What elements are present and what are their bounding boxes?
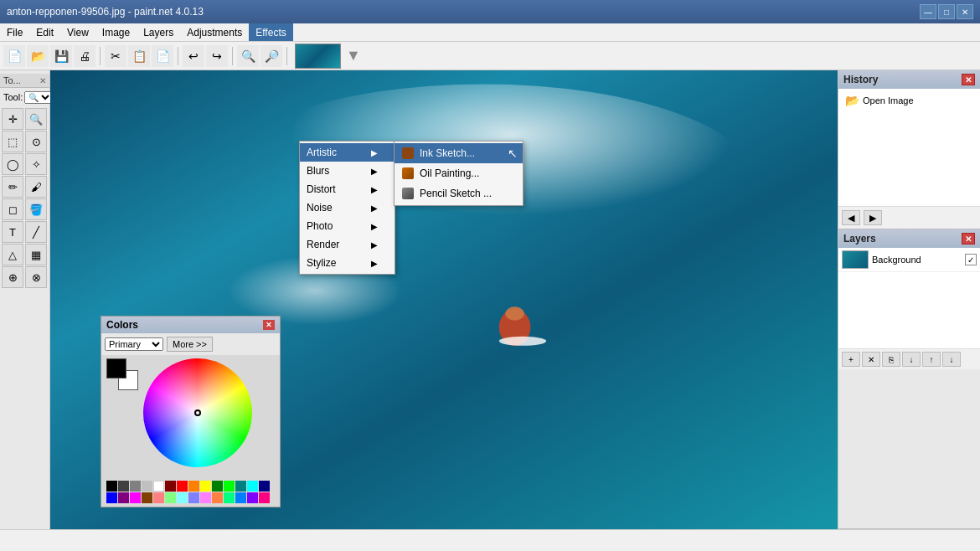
palette-swatch[interactable] [200,481,211,492]
save-button[interactable]: 💾 [50,45,72,67]
palette-swatch[interactable] [130,481,141,492]
duplicate-layer-btn[interactable]: ⎘ [882,352,900,367]
tool-select[interactable]: 🔍 [24,91,53,104]
history-item[interactable]: 📂 Open Image [842,92,977,109]
menu-item-artistic[interactable]: Artistic ▶ [300,143,395,162]
palette-swatch[interactable] [212,481,223,492]
tool-move[interactable]: ✛ [2,108,23,130]
palette-swatch[interactable] [142,481,152,492]
colors-more-btn[interactable]: More >> [167,337,213,352]
canvas-area[interactable]: Artistic ▶ Blurs ▶ Distort ▶ Noise ▶ Pho… [50,70,838,529]
palette-swatch[interactable] [177,481,188,492]
copy-button[interactable]: 📋 [128,45,150,67]
colors-mode-select[interactable]: Primary Secondary [105,337,163,351]
menu-item-noise[interactable]: Noise ▶ [300,198,395,217]
palette-swatch[interactable] [235,492,246,503]
menu-item-distort[interactable]: Distort ▶ [300,180,395,198]
submenu-ink-sketch[interactable]: Ink Sketch... ↖ [395,143,523,163]
thumbnail-dropdown[interactable]: ▼ [346,47,361,64]
layer-item[interactable]: Background ✓ [838,248,980,272]
open-button[interactable]: 📂 [27,45,49,67]
history-undo-btn[interactable]: ◀ [842,210,860,225]
history-redo-btn[interactable]: ▶ [864,210,882,225]
palette-swatch[interactable] [130,492,141,503]
palette-swatch[interactable] [259,492,270,503]
palette-swatch[interactable] [259,481,270,492]
menu-item-photo[interactable]: Photo ▶ [300,217,395,235]
palette-swatch[interactable] [200,492,211,503]
history-close-btn[interactable]: ✕ [962,74,975,85]
palette-swatch[interactable] [118,481,129,492]
cut-button[interactable]: ✂ [105,45,126,67]
tool-zoom[interactable]: 🔍 [25,108,47,130]
menu-edit[interactable]: Edit [29,23,60,41]
tool-pencil[interactable]: ✏ [2,176,23,198]
tool-eraser[interactable]: ◻ [2,198,23,220]
menu-layers[interactable]: Layers [137,23,180,41]
maximize-button[interactable]: □ [938,4,955,19]
tool-select-rect[interactable]: ⬚ [2,131,23,152]
submenu-pencil-sketch[interactable]: Pencil Sketch ... [395,183,523,203]
tool-text[interactable]: T [2,221,23,243]
layers-close-btn[interactable]: ✕ [962,233,975,245]
print-button[interactable]: 🖨 [74,45,95,67]
tool-select-lasso[interactable]: ⊙ [25,131,47,152]
palette-swatch[interactable] [106,492,117,503]
zoom-in-button[interactable]: 🔍 [237,45,259,67]
close-button[interactable]: ✕ [957,4,973,19]
new-button[interactable]: 📄 [3,45,25,67]
menu-item-blurs[interactable]: Blurs ▶ [300,162,395,180]
submenu-oil-painting[interactable]: Oil Painting... [395,163,523,183]
menu-item-stylize[interactable]: Stylize ▶ [300,254,395,272]
palette-swatch[interactable] [106,481,117,492]
undo-button[interactable]: ↩ [183,45,204,67]
tool-gradient[interactable]: ▦ [25,244,47,265]
palette-swatch[interactable] [247,481,258,492]
palette-swatch[interactable] [177,492,188,503]
palette-swatch[interactable] [224,481,235,492]
palette-swatch[interactable] [224,492,235,503]
menu-adjustments[interactable]: Adjustments [180,23,249,41]
move-layer-down-btn[interactable]: ↓ [942,352,961,367]
move-layer-up-btn[interactable]: ↑ [922,352,941,367]
merge-layer-btn[interactable]: ↓ [902,352,921,367]
zoom-out-button[interactable]: 🔎 [260,45,282,67]
minimize-button[interactable]: — [920,4,936,19]
tool-fill[interactable]: 🪣 [25,198,47,220]
palette-swatch[interactable] [247,492,258,503]
svg-point-5 [499,337,546,346]
palette-swatch[interactable] [165,481,176,492]
toolbar-sep-1 [100,47,101,65]
tool-eyedropper[interactable]: ⊕ [2,266,23,288]
palette-swatch[interactable] [188,481,199,492]
palette-swatch[interactable] [188,492,199,503]
palette-swatch[interactable] [118,492,129,503]
menu-effects[interactable]: Effects [249,23,292,41]
menu-item-render[interactable]: Render ▶ [300,235,395,254]
palette-swatch[interactable] [153,481,164,492]
tool-clone[interactable]: ⊗ [25,266,47,288]
menu-view[interactable]: View [60,23,95,41]
palette-swatch[interactable] [212,492,223,503]
tool-brush[interactable]: 🖌 [25,176,47,198]
delete-layer-btn[interactable]: ✕ [862,352,880,367]
menu-file[interactable]: File [0,23,29,41]
redo-button[interactable]: ↪ [206,45,228,67]
layer-visibility-check[interactable]: ✓ [965,254,977,265]
tool-line[interactable]: ╱ [25,221,47,243]
palette-swatch[interactable] [165,492,176,503]
palette-swatch[interactable] [142,492,152,503]
menu-image[interactable]: Image [95,23,137,41]
tool-select-ellipse[interactable]: ◯ [2,153,23,175]
add-layer-btn[interactable]: + [842,352,860,367]
tool-panel-close[interactable]: ✕ [39,76,46,85]
tool-magic-wand[interactable]: ✧ [25,153,47,175]
color-wheel-container[interactable] [143,358,260,476]
colors-close-btn[interactable]: ✕ [263,320,275,330]
palette-swatch[interactable] [235,481,246,492]
palette-swatch[interactable] [153,492,164,503]
color-wheel[interactable] [143,358,252,467]
foreground-swatch[interactable] [106,358,126,378]
paste-button[interactable]: 📄 [152,45,173,67]
tool-shapes[interactable]: △ [2,244,23,265]
